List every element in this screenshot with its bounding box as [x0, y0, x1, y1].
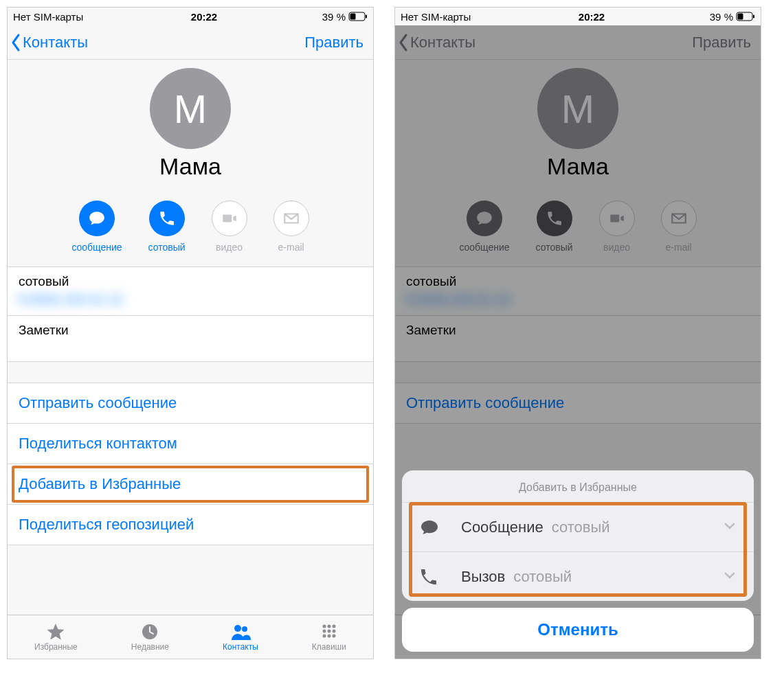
send-message-row[interactable]: Отправить сообщение	[8, 383, 373, 424]
sheet-row-sub: сотовый	[552, 518, 610, 536]
add-to-favorites-label: Добавить в Избранные	[19, 475, 181, 492]
svg-point-7	[327, 625, 331, 628]
video-icon	[212, 201, 247, 236]
svg-point-10	[327, 630, 331, 633]
svg-point-12	[322, 635, 326, 638]
status-bar: Нет SIM-карты 20:22 39 %	[395, 8, 761, 25]
video-action-label: видео	[216, 242, 243, 253]
svg-rect-2	[366, 15, 367, 19]
battery-icon	[736, 12, 755, 21]
clock: 20:22	[579, 11, 605, 23]
svg-point-5	[242, 626, 247, 632]
sheet-row-main: Вызов	[461, 568, 505, 586]
contacts-icon	[230, 622, 251, 641]
svg-rect-1	[350, 14, 355, 20]
contacts-tab-label: Контакты	[223, 642, 258, 652]
phone-icon	[149, 201, 185, 236]
phone-screenshot-left: Нет SIM-карты 20:22 39 % Контакты Правит…	[7, 7, 374, 659]
email-action-label: e-mail	[278, 242, 304, 253]
phone-icon	[420, 569, 442, 585]
back-button[interactable]: Контакты	[10, 33, 88, 52]
nav-bar: Контакты Править	[8, 25, 373, 60]
chevron-down-icon	[724, 569, 736, 584]
keypad-tab[interactable]: Клавиши	[312, 622, 346, 652]
email-icon	[273, 201, 309, 236]
favorites-tab[interactable]: Избранные	[34, 622, 78, 652]
video-action[interactable]: видео	[212, 201, 247, 253]
email-action[interactable]: e-mail	[273, 201, 309, 253]
clock-icon	[139, 622, 160, 641]
call-action[interactable]: сотовый	[148, 201, 186, 253]
phone-field-label: сотовый	[19, 274, 362, 289]
recents-tab-label: Недавние	[131, 642, 169, 652]
phone-screenshot-right: Нет SIM-карты 20:22 39 % Контакты Правит…	[394, 7, 761, 659]
star-icon	[45, 622, 66, 641]
svg-point-8	[332, 625, 335, 628]
action-sheet-title: Добавить в Избранные	[402, 470, 754, 502]
carrier-text: Нет SIM-карты	[401, 11, 471, 23]
phone-field[interactable]: сотовый 8 (916) 216-21-12	[8, 266, 373, 316]
svg-point-14	[332, 635, 335, 638]
phone-field-value: 8 (916) 216-21-12	[19, 292, 362, 308]
cancel-button[interactable]: Отменить	[402, 608, 754, 652]
notes-field-label: Заметки	[19, 323, 362, 338]
sheet-row-sub: сотовый	[513, 568, 572, 586]
action-sheet: Добавить в Избранные Сообщение сотовый	[402, 470, 754, 652]
svg-point-4	[234, 625, 241, 632]
sheet-row-main: Сообщение	[461, 518, 544, 536]
quick-actions-row: сообщение сотовый видео e-mail	[8, 192, 373, 266]
keypad-icon	[319, 622, 339, 641]
battery-pct: 39 %	[322, 11, 346, 23]
battery-icon	[348, 12, 368, 21]
svg-rect-17	[753, 15, 754, 19]
contact-name: Мама	[8, 153, 373, 180]
notes-field[interactable]: Заметки	[8, 316, 373, 362]
message-action-label: сообщение	[71, 242, 122, 253]
call-action-label: сотовый	[148, 242, 186, 253]
svg-point-13	[327, 635, 331, 638]
avatar: М	[150, 68, 231, 149]
chevron-down-icon	[724, 520, 736, 535]
back-label: Контакты	[23, 34, 88, 52]
carrier-text: Нет SIM-карты	[13, 11, 83, 23]
message-icon	[420, 519, 442, 536]
sheet-row-call[interactable]: Вызов сотовый	[402, 551, 754, 601]
svg-point-6	[322, 625, 326, 628]
message-icon	[79, 201, 115, 236]
share-contact-row[interactable]: Поделиться контактом	[8, 424, 373, 464]
message-action[interactable]: сообщение	[71, 201, 122, 253]
keypad-tab-label: Клавиши	[312, 642, 346, 652]
tab-bar: Избранные Недавние Контакты Клавиши	[8, 615, 373, 659]
svg-rect-16	[737, 14, 743, 20]
action-sheet-block: Добавить в Избранные Сообщение сотовый	[402, 470, 754, 601]
contact-actions-list: Отправить сообщение Поделиться контактом…	[8, 383, 373, 545]
share-location-row[interactable]: Поделиться геопозицией	[8, 505, 373, 545]
edit-button[interactable]: Править	[304, 34, 368, 52]
recents-tab[interactable]: Недавние	[131, 622, 169, 652]
status-bar: Нет SIM-карты 20:22 39 %	[8, 8, 373, 25]
clock: 20:22	[191, 11, 217, 23]
contact-header: М Мама	[8, 60, 373, 192]
contacts-tab[interactable]: Контакты	[223, 622, 258, 652]
sheet-row-message[interactable]: Сообщение сотовый	[402, 502, 754, 551]
svg-point-9	[322, 630, 326, 633]
battery-pct: 39 %	[710, 11, 733, 23]
add-to-favorites-row[interactable]: Добавить в Избранные	[8, 464, 373, 505]
svg-point-11	[332, 630, 335, 633]
favorites-tab-label: Избранные	[34, 642, 78, 652]
